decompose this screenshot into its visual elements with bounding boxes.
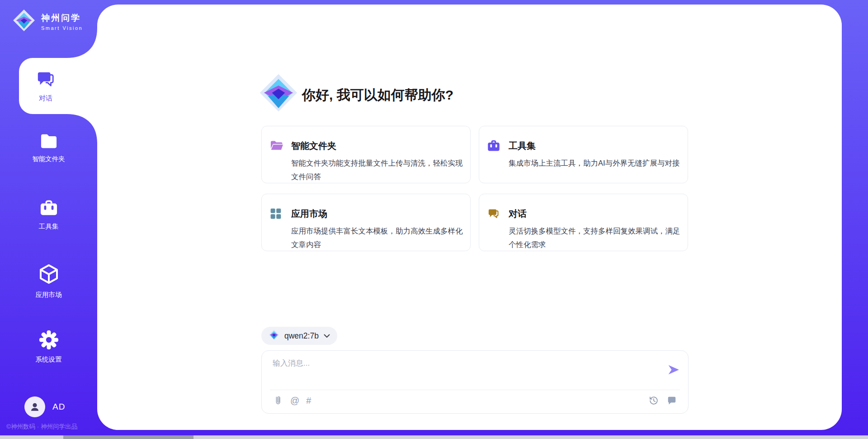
sidebar-item-toolset[interactable]: 工具集 — [0, 200, 97, 231]
send-icon[interactable] — [667, 363, 680, 376]
sidebar-item-settings[interactable]: 系统设置 — [0, 330, 97, 364]
card-app-market[interactable]: 应用市场 应用市场提供丰富长文本模板，助力高效生成多样化文章内容 — [261, 194, 471, 251]
card-description: 灵活切换多模型文件，支持多样回复效果调试，满足个性化需求 — [509, 224, 681, 251]
briefcase-icon — [487, 140, 500, 153]
card-description: 应用市场提供丰富长文本模板，助力高效生成多样化文章内容 — [291, 224, 464, 251]
sidebar-item-label: 系统设置 — [36, 355, 62, 364]
horizontal-scrollbar-thumb[interactable] — [63, 435, 193, 439]
message-input[interactable] — [273, 358, 661, 386]
composer-tools-left: @ # — [273, 395, 311, 406]
cube-icon — [38, 263, 59, 287]
toolbox-icon — [39, 200, 58, 219]
composer-tools-right — [648, 395, 677, 406]
message-composer: @ # — [261, 350, 689, 414]
greeting-title: 你好, 我可以如何帮助你? — [302, 86, 453, 105]
card-chat[interactable]: 对话 灵活切换多模型文件，支持多样回复效果调试，满足个性化需求 — [479, 194, 688, 251]
copyright-text: ©神州数码 · 神州问学出品 — [6, 423, 77, 431]
composer-divider — [270, 390, 680, 390]
card-title: 工具集 — [509, 140, 536, 152]
chat-bubble-icon[interactable] — [666, 395, 677, 406]
chevron-down-icon — [324, 332, 330, 340]
folder-icon — [39, 133, 58, 151]
brand-name: 神州问学 — [41, 12, 83, 24]
sidebar-item-label: 应用市场 — [36, 291, 62, 299]
sidebar-item-label: 工具集 — [39, 222, 59, 231]
app-grid-icon — [270, 208, 282, 221]
sidebar-item-label: 对话 — [39, 94, 52, 103]
history-icon[interactable] — [648, 395, 659, 406]
sidebar-item-chat[interactable]: 对话 — [19, 58, 72, 114]
mention-icon[interactable]: @ — [290, 395, 299, 406]
model-selector[interactable]: qwen2:7b — [261, 327, 337, 345]
hashtag-icon[interactable]: # — [306, 395, 311, 406]
user-initials: AD — [52, 402, 65, 412]
card-description: 集成市场上主流工具，助力AI与外界无缝扩展与对接 — [509, 156, 681, 170]
model-diamond-icon — [269, 329, 279, 342]
chat-bubbles-icon — [487, 208, 500, 221]
sidebar-item-label: 智能文件夹 — [32, 155, 65, 163]
card-smart-folder[interactable]: 智能文件夹 智能文件夹功能支持批量文件上传与清洗，轻松实现文件问答 — [261, 126, 471, 183]
chat-icon — [36, 70, 55, 91]
horizontal-scrollbar — [0, 435, 868, 439]
card-description: 智能文件夹功能支持批量文件上传与清洗，轻松实现文件问答 — [291, 156, 464, 183]
model-name: qwen2:7b — [284, 331, 319, 341]
attachment-icon[interactable] — [273, 395, 283, 406]
card-title: 应用市场 — [291, 208, 327, 220]
user-profile[interactable]: AD — [24, 396, 65, 417]
hero-diamond-icon — [259, 73, 298, 114]
card-toolset[interactable]: 工具集 集成市场上主流工具，助力AI与外界无缝扩展与对接 — [479, 126, 688, 183]
app-root: { "brand": { "name": "神州问学", "tagline": … — [0, 0, 868, 439]
sidebar-item-app-market[interactable]: 应用市场 — [0, 263, 97, 299]
card-title: 对话 — [509, 208, 527, 220]
sidebar-item-smart-folder[interactable]: 智能文件夹 — [0, 133, 97, 163]
avatar — [24, 396, 45, 417]
folder-open-icon — [270, 140, 283, 153]
gear-icon — [39, 330, 59, 352]
card-title: 智能文件夹 — [291, 140, 336, 152]
